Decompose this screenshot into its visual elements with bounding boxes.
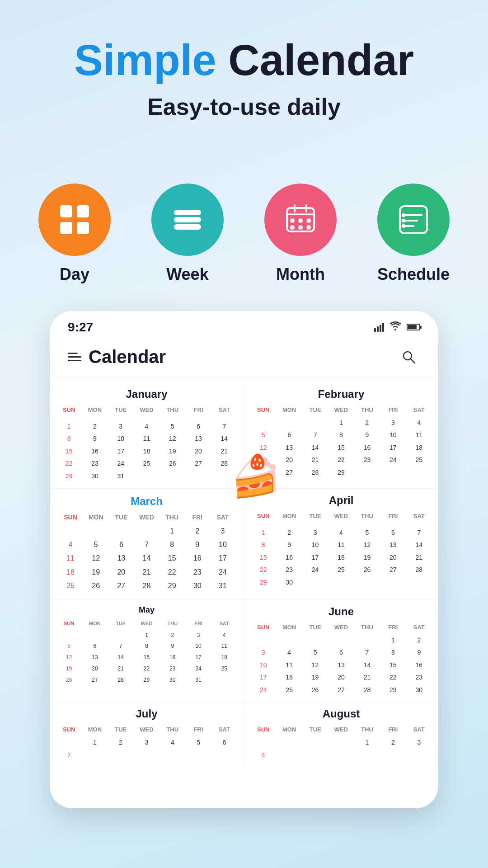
app-subtitle: Easy-to-use daily — [27, 93, 461, 120]
svg-rect-4 — [174, 210, 201, 215]
header-left: Calendar — [68, 347, 166, 367]
august-section: August SUN MON TUE WED THU FRI SAT 123 4 — [244, 702, 438, 767]
view-mode-week[interactable]: Week — [151, 184, 224, 284]
month-label: Month — [276, 265, 325, 284]
svg-rect-0 — [60, 205, 72, 217]
april-section: 🍰 April SUN MON TUE WED THU FRI SAT — [244, 489, 438, 599]
march-april-row: March SUN MON TUE WED THU FRI SAT 123 45… — [50, 489, 438, 600]
view-mode-month[interactable]: Month — [264, 184, 337, 284]
svg-rect-6 — [174, 224, 201, 230]
phone-mockup: 9:27 — [50, 311, 438, 808]
phone-section: 9:27 — [0, 288, 488, 808]
month-icon — [282, 202, 319, 238]
app-title: Simple Calendar — [27, 36, 461, 84]
signal-bar-2 — [377, 326, 379, 332]
status-bar: 9:27 — [50, 311, 438, 339]
menu-line-2 — [68, 356, 81, 358]
view-mode-day[interactable]: Day — [38, 184, 111, 284]
june-day-headers: SUN MON TUE WED THU FRI SAT — [250, 623, 432, 632]
svg-rect-2 — [60, 222, 72, 234]
january-days: 1234567 891011121314 15161718192021 2223… — [56, 417, 237, 483]
title-dark: Calendar — [216, 36, 414, 84]
signal-bar-1 — [374, 328, 376, 332]
search-icon — [401, 349, 417, 365]
status-icons — [374, 321, 420, 333]
view-modes-section: Day Week — [0, 170, 488, 288]
svg-rect-3 — [77, 222, 89, 234]
svg-point-23 — [402, 224, 405, 228]
august-days: 123 4 — [250, 736, 432, 761]
cake-decoration: 🍰 — [230, 453, 281, 500]
svg-point-12 — [298, 218, 303, 223]
svg-point-21 — [402, 213, 405, 217]
month-icon-circle — [264, 184, 337, 256]
battery-fill — [408, 325, 417, 329]
svg-rect-1 — [77, 205, 89, 217]
menu-line-3 — [68, 360, 81, 361]
august-name: August — [250, 708, 432, 720]
status-time: 9:27 — [68, 320, 93, 335]
menu-icon[interactable] — [68, 353, 81, 361]
may-day-headers: SUN MON TUE WED THU FRI SAT — [56, 619, 237, 627]
august-day-headers: SUN MON TUE WED THU FRI SAT — [250, 725, 432, 734]
february-day-headers: SUN MON TUE WED THU FRI SAT — [250, 405, 432, 415]
view-mode-schedule[interactable]: Schedule — [377, 184, 450, 284]
search-button[interactable] — [398, 346, 420, 368]
february-name: February — [250, 388, 432, 401]
january-name: January — [56, 388, 237, 401]
may-name: May — [56, 605, 237, 615]
week-label: Week — [166, 265, 208, 284]
svg-point-15 — [298, 225, 303, 230]
july-august-row: July SUN MON TUE WED THU FRI SAT 123456 … — [50, 702, 438, 767]
july-name: July — [56, 708, 237, 720]
march-section: March SUN MON TUE WED THU FRI SAT 123 45… — [50, 489, 244, 599]
calendar-content: January SUN MON TUE WED THU FRI SAT 1234… — [50, 378, 438, 772]
july-days: 123456 7 — [56, 736, 237, 761]
march-name: March — [58, 495, 235, 508]
calendar-app-title: Calendar — [89, 347, 166, 367]
wifi-icon — [389, 321, 401, 333]
schedule-icon-circle — [377, 184, 450, 256]
july-section: July SUN MON TUE WED THU FRI SAT 123456 … — [50, 702, 244, 767]
january-section: January SUN MON TUE WED THU FRI SAT 1234… — [50, 382, 244, 488]
week-icon-circle — [151, 184, 224, 256]
svg-point-11 — [290, 218, 295, 223]
march-days: 123 45678910 11121314151617 181920212223… — [58, 524, 235, 593]
header-section: Simple Calendar Easy-to-use daily — [0, 0, 488, 170]
may-june-row: May SUN MON TUE WED THU FRI SAT 1234 567… — [50, 600, 438, 703]
menu-line-1 — [68, 353, 78, 354]
svg-point-14 — [290, 225, 295, 230]
april-day-headers: SUN MON TUE WED THU FRI SAT — [250, 511, 432, 521]
signal-bars — [374, 323, 384, 332]
april-days: 1234567 891011121314 15161718192021 2223… — [250, 523, 432, 589]
week-icon — [169, 202, 206, 238]
june-name: June — [250, 605, 432, 618]
svg-point-22 — [402, 219, 405, 222]
day-icon-circle — [38, 184, 111, 256]
svg-rect-5 — [174, 217, 201, 222]
signal-bar-3 — [380, 325, 381, 332]
schedule-label: Schedule — [377, 265, 450, 284]
may-days: 1234 567891011 12131415161718 1920212223… — [56, 630, 237, 686]
svg-point-16 — [306, 225, 311, 230]
june-days: 12 3456789 10111213141516 17181920212223… — [250, 634, 432, 697]
battery-icon — [407, 324, 420, 330]
january-day-headers: SUN MON TUE WED THU FRI SAT — [56, 405, 237, 415]
title-blue: Simple — [74, 36, 216, 84]
march-day-headers: SUN MON TUE WED THU FRI SAT — [58, 512, 235, 522]
june-section: June SUN MON TUE WED THU FRI SAT 12 3456… — [244, 600, 438, 702]
svg-line-25 — [411, 359, 415, 363]
day-icon — [56, 202, 93, 238]
may-section: May SUN MON TUE WED THU FRI SAT 1234 567… — [50, 600, 244, 702]
schedule-icon — [395, 202, 432, 238]
signal-bar-4 — [382, 323, 384, 332]
july-day-headers: SUN MON TUE WED THU FRI SAT — [56, 725, 237, 734]
svg-point-13 — [306, 218, 311, 223]
calendar-app-header: Calendar — [50, 339, 438, 378]
day-label: Day — [60, 265, 89, 284]
